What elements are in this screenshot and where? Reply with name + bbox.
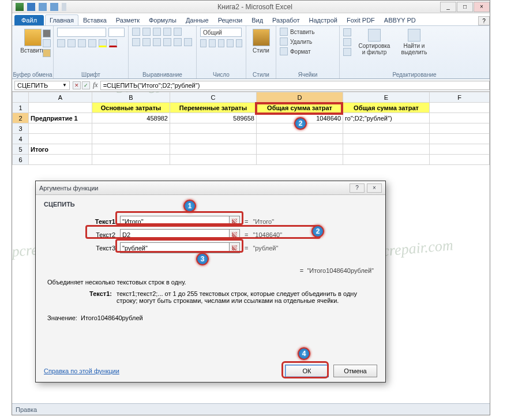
align-mid-icon[interactable] [142,28,151,36]
tab-formulas[interactable]: Формулы [144,14,181,25]
row-hdr-2[interactable]: 2 [13,113,29,123]
styles-button[interactable]: Стили [250,28,272,55]
col-A[interactable]: A [29,92,92,103]
cell-B2[interactable]: 458982 [92,113,170,123]
redo-icon[interactable] [50,3,58,11]
save-icon[interactable] [27,3,35,11]
collapse-button-1[interactable] [230,216,240,227]
row-hdr-1[interactable]: 1 [13,103,29,113]
indent-icon[interactable] [174,38,182,46]
fill-color-icon[interactable] [99,39,107,47]
tab-insert[interactable]: Вставка [78,14,111,25]
align-top-icon[interactable] [132,28,140,36]
border-icon[interactable] [88,39,96,47]
ribbon-help-button[interactable]: ? [478,16,490,25]
cell-A2[interactable]: Предприятие 1 [29,113,92,123]
percent-icon[interactable] [209,39,215,47]
minimize-button[interactable]: _ [440,2,456,12]
collapse-button-3[interactable] [230,242,240,253]
file-tab[interactable]: Файл [14,15,44,25]
tab-dev[interactable]: Разработ [268,14,304,25]
cells-format-button[interactable]: Формат [280,47,336,55]
tab-data[interactable]: Данные [181,14,213,25]
tab-abbyy[interactable]: ABBYY PD [380,14,420,25]
undo-icon[interactable] [39,3,47,11]
fill-icon[interactable] [343,38,351,46]
cut-icon[interactable] [43,29,51,38]
font-size-select[interactable] [108,28,125,37]
cell-A5[interactable]: Итого [29,144,92,155]
col-B[interactable]: B [92,92,170,103]
autosum-icon[interactable] [343,28,351,36]
ok-button[interactable]: ОК [285,365,329,377]
tab-foxit[interactable]: Foxit PDF [342,14,380,25]
group-styles-label: Стили [246,72,276,78]
arg-input-3[interactable]: "рублей" [120,242,230,253]
dec-dec-icon[interactable] [236,39,242,47]
fx-icon[interactable]: fx [93,81,98,89]
cells-format-label: Формат [290,48,311,55]
cells-delete-button[interactable]: Удалить [280,38,336,46]
tab-review[interactable]: Рецензи [213,14,247,25]
arg-input-2[interactable]: D2 [120,229,230,240]
tab-home[interactable]: Главная [45,14,78,25]
align-right-icon[interactable] [153,38,161,46]
col-D[interactable]: D [257,92,343,103]
comma-icon[interactable] [218,39,224,47]
tab-addins[interactable]: Надстрой [305,14,342,25]
grid[interactable]: A B C D E F 1 Основные затраты Переменны… [12,92,490,392]
group-cells-label: Ячейки [276,72,339,78]
col-C[interactable]: C [170,92,257,103]
qat-dropdown-icon[interactable] [62,3,66,11]
align-bot-icon[interactable] [153,28,161,36]
maximize-button[interactable]: □ [457,2,473,12]
row-hdr-3[interactable]: 3 [13,123,29,134]
row-hdr-4[interactable]: 4 [13,134,29,144]
cancel-button[interactable]: Отмена [333,365,377,377]
dec-inc-icon[interactable] [227,39,233,47]
close-button[interactable]: × [474,2,490,12]
dedent-icon[interactable] [163,38,171,46]
orientation-icon[interactable] [163,28,171,36]
cell-E2[interactable]: го";D2;"рублей") [343,113,430,123]
italic-icon[interactable] [67,39,76,47]
cell-C1[interactable]: Переменные затраты [170,103,257,113]
dialog-help-button[interactable]: ? [350,183,365,193]
sort-filter-button[interactable]: Сортировка и фильтр [356,28,393,57]
clear-icon[interactable] [343,48,351,56]
underline-icon[interactable] [78,39,86,47]
find-select-button[interactable]: Найти и выделить [397,28,431,57]
currency-icon[interactable] [200,39,206,47]
arg-input-1[interactable]: "Итого" [120,216,230,227]
row-hdr-5[interactable]: 5 [13,144,29,155]
font-select[interactable] [57,28,106,37]
name-box[interactable]: СЦЕПИТЬ ▼ [14,81,70,90]
find-icon [408,29,420,42]
wrap-icon[interactable] [174,28,182,36]
formula-input[interactable]: =СЦЕПИТЬ("Итого";D2;"рублей") [100,81,490,90]
cell-C2[interactable]: 589658 [170,113,257,123]
row-hdr-6[interactable]: 6 [13,155,29,165]
col-F[interactable]: F [430,92,490,103]
cells-insert-button[interactable]: Вставить [280,28,336,36]
dialog-close-button[interactable]: × [367,183,382,193]
cell-B1[interactable]: Основные затраты [92,103,170,113]
copy-icon[interactable] [43,39,51,47]
enter-formula-button[interactable]: ✓ [82,81,90,89]
cell-E1[interactable]: Общая сумма затрат [343,103,430,113]
format-painter-icon[interactable] [43,49,51,57]
align-left-icon[interactable] [132,38,140,46]
font-color-icon[interactable] [109,39,117,47]
cancel-formula-button[interactable]: ✕ [73,81,81,89]
align-center-icon[interactable] [142,38,151,46]
col-E[interactable]: E [343,92,430,103]
function-help-link[interactable]: Справка по этой функции [44,367,119,374]
corner-cell[interactable] [13,92,29,103]
merge-icon[interactable] [184,38,192,46]
tab-view[interactable]: Вид [247,14,268,25]
tab-layout[interactable]: Разметк [111,14,144,25]
bold-icon[interactable] [57,39,65,47]
collapse-button-2[interactable] [230,229,240,240]
dialog-titlebar[interactable]: Аргументы функции ? × [36,181,385,195]
number-format-select[interactable]: Общий [200,28,242,37]
